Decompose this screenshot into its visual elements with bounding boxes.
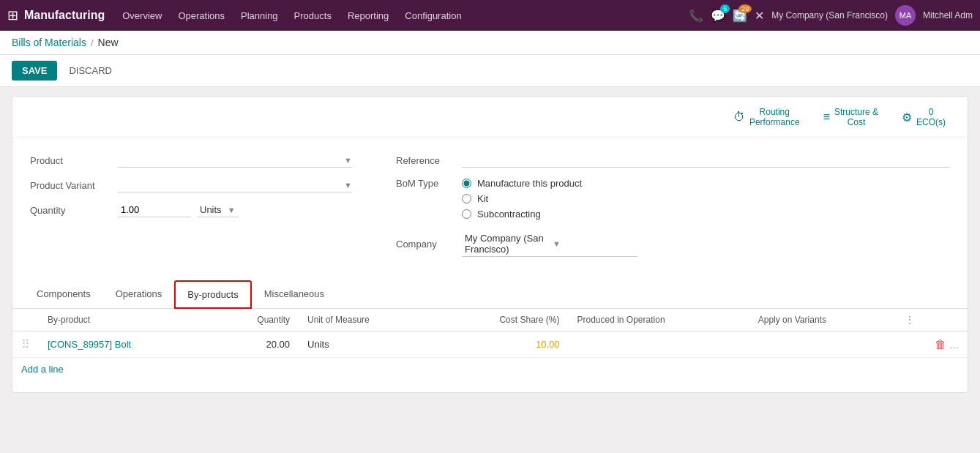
reference-input[interactable] <box>462 153 950 168</box>
top-menu: Overview Operations Planning Products Re… <box>115 6 686 26</box>
product-label: Product <box>30 155 118 166</box>
save-button[interactable]: SAVE <box>12 61 57 81</box>
close-icon[interactable]: ✕ <box>755 9 764 23</box>
radio-kit[interactable] <box>462 194 471 203</box>
variant-input[interactable] <box>118 178 344 192</box>
bom-type-options: Manufacture this product Kit Subcontract… <box>462 178 582 224</box>
tab-byproducts[interactable]: By-products <box>174 280 251 309</box>
tab-components[interactable]: Components <box>24 280 103 309</box>
delete-row-icon[interactable]: 🗑 <box>935 338 946 351</box>
variant-dropdown-arrow[interactable]: ▼ <box>344 181 352 190</box>
menu-item-reporting[interactable]: Reporting <box>340 6 396 26</box>
unit-dropdown-arrow[interactable]: ▼ <box>225 204 239 216</box>
tab-operations[interactable]: Operations <box>103 280 175 309</box>
quantity-unit-select[interactable]: Units ▼ <box>197 203 239 217</box>
table-row: ⠿ [CONS_89957] Bolt 20.00 Units 10.00 🗑 … <box>12 332 968 358</box>
company-field-group: Company My Company (San Francisco) ▼ <box>396 231 950 257</box>
row-variants <box>749 332 897 358</box>
menu-item-planning[interactable]: Planning <box>233 6 285 26</box>
row-cost-share: 10.00 <box>435 332 569 358</box>
top-navigation: ⊞ Manufacturing Overview Operations Plan… <box>0 0 980 31</box>
row-drag-handle[interactable]: ⠿ <box>12 332 39 358</box>
table-section: By-product Quantity Unit of Measure Cost… <box>12 309 968 392</box>
routing-label: RoutingPerformance <box>749 107 800 127</box>
structure-cost-button[interactable]: ≡ Structure &Cost <box>813 102 889 132</box>
clock-icon: ⏱ <box>733 111 745 124</box>
tabs-row: Components Operations By-products Miscel… <box>12 280 968 309</box>
form-right: Reference BoM Type Manufacture this prod… <box>396 153 950 266</box>
breadcrumb-separator: / <box>91 37 94 48</box>
quantity-input[interactable] <box>118 203 191 217</box>
col-actions: ⋮ <box>897 309 968 332</box>
product-field-group: Product ▼ <box>30 153 352 168</box>
phone-icon[interactable]: 📞 <box>689 9 703 23</box>
row-dots-icon[interactable]: … <box>949 340 959 351</box>
tab-miscellaneous[interactable]: Miscellaneous <box>252 280 337 309</box>
avatar-initials: MA <box>895 5 916 26</box>
chat-badge: 5 <box>720 4 730 13</box>
menu-item-configuration[interactable]: Configuration <box>397 6 468 26</box>
quantity-field-group: Quantity Units ▼ <box>30 203 352 217</box>
routing-performance-button[interactable]: ⏱ RoutingPerformance <box>723 102 810 132</box>
company-label-field: Company <box>396 239 462 250</box>
col-cost-share: Cost Share (%) <box>435 309 569 332</box>
list-icon: ≡ <box>823 111 830 124</box>
company-select[interactable]: My Company (San Francisco) ▼ <box>462 231 637 257</box>
variant-label: Product Variant <box>30 180 118 191</box>
row-actions: 🗑 … <box>897 332 968 358</box>
quantity-unit-label: Units <box>197 203 225 217</box>
byproducts-table: By-product Quantity Unit of Measure Cost… <box>12 309 968 358</box>
product-select[interactable]: ▼ <box>118 153 352 168</box>
avatar: MA <box>895 5 916 26</box>
variant-select[interactable]: ▼ <box>118 178 352 192</box>
byproduct-link[interactable]: [CONS_89957] Bolt <box>48 339 131 350</box>
add-line-button[interactable]: Add a line <box>12 358 72 381</box>
app-name: Manufacturing <box>24 9 105 22</box>
radio-manufacture[interactable] <box>462 179 471 188</box>
user-name: Mitchell Adm <box>923 10 973 20</box>
breadcrumb: Bills of Materials / New <box>0 31 980 55</box>
row-quantity: 20.00 <box>212 332 299 358</box>
bom-type-subcontracting: Subcontracting <box>462 209 582 220</box>
action-bar: SAVE DISCARD <box>0 55 980 87</box>
drag-icon[interactable]: ⠿ <box>21 338 30 351</box>
menu-item-products[interactable]: Products <box>287 6 339 26</box>
col-quantity: Quantity <box>212 309 299 332</box>
bom-type-manufacture: Manufacture this product <box>462 178 582 189</box>
quantity-label: Quantity <box>30 205 118 216</box>
app-brand: ⊞ Manufacturing <box>7 7 105 23</box>
reference-label: Reference <box>396 155 462 166</box>
col-byproduct: By-product <box>39 309 212 332</box>
ecos-label: 0ECO(s) <box>916 107 946 127</box>
structure-label: Structure &Cost <box>834 107 878 127</box>
product-dropdown-arrow[interactable]: ▼ <box>344 156 352 165</box>
company-dropdown-arrow[interactable]: ▼ <box>547 238 637 250</box>
col-operation: Produced in Operation <box>568 309 749 332</box>
breadcrumb-parent[interactable]: Bills of Materials <box>12 37 86 48</box>
menu-item-overview[interactable]: Overview <box>115 6 169 26</box>
activity-badge: 29 <box>738 4 752 13</box>
grid-icon[interactable]: ⊞ <box>7 7 18 23</box>
bom-type-kit: Kit <box>462 193 582 204</box>
activity-icon[interactable]: 🔄29 <box>733 9 747 23</box>
row-byproduct[interactable]: [CONS_89957] Bolt <box>39 332 212 358</box>
chat-icon[interactable]: 💬5 <box>711 9 725 23</box>
col-uom: Unit of Measure <box>299 309 435 332</box>
menu-item-operations[interactable]: Operations <box>171 6 232 26</box>
main-content: ⏱ RoutingPerformance ≡ Structure &Cost ⚙… <box>0 87 980 402</box>
col-drag <box>12 309 39 332</box>
form-left: Product ▼ Product Variant ▼ <box>30 153 352 266</box>
col-variants: Apply on Variants <box>749 309 897 332</box>
radio-subcontracting[interactable] <box>462 209 471 219</box>
form-body: Product ▼ Product Variant ▼ <box>12 138 968 280</box>
bom-type-manufacture-label: Manufacture this product <box>477 178 582 189</box>
bom-type-subcontracting-label: Subcontracting <box>477 209 541 220</box>
bom-type-group: BoM Type Manufacture this product Kit <box>396 178 950 224</box>
product-input[interactable] <box>118 153 344 167</box>
ecos-button[interactable]: ⚙ 0ECO(s) <box>891 102 956 132</box>
table-options-icon[interactable]: ⋮ <box>905 315 914 325</box>
breadcrumb-current: New <box>98 37 119 48</box>
row-uom: Units <box>299 332 435 358</box>
discard-button[interactable]: DISCARD <box>63 61 118 81</box>
smart-buttons: ⏱ RoutingPerformance ≡ Structure &Cost ⚙… <box>12 97 968 138</box>
